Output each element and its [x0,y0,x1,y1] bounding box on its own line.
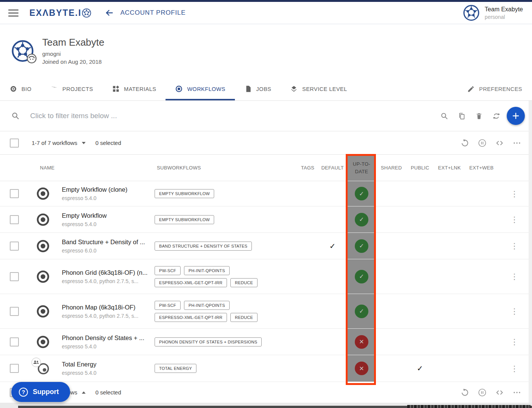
up-to-date-cell: ✓ [348,259,376,294]
tab-bio[interactable]: BIO [0,77,41,100]
workflow-name-cell[interactable]: Phonon Map (6k3q18i-OF)espresso 5.4.0, p… [62,294,155,328]
tab-service-level[interactable]: SERVICE LEVEL [281,77,356,100]
copy-icon[interactable] [458,112,466,120]
pause-icon[interactable] [478,139,487,148]
row-checkbox[interactable] [10,337,19,346]
workflow-name-cell[interactable]: Total Energyespresso 5.4.0 [62,355,155,382]
row-menu-icon[interactable]: ⋮ [511,190,518,198]
default-cell [317,329,348,355]
up-to-date-cell: ✕ [348,329,376,355]
workflow-name-cell[interactable]: Empty Workflowespresso 5.4.0 [62,206,155,232]
ext-web-cell [466,206,497,232]
up-to-date-cell: ✓ [348,294,376,328]
add-workflow-button[interactable] [507,107,525,125]
row-type-cell [24,259,62,294]
workflow-name-cell[interactable]: Empty Workflow (clone)espresso 5.4.0 [62,181,155,206]
pagination-dropdown[interactable]: 1-7 of 7 workflows [32,140,86,146]
row-menu-icon[interactable]: ⋮ [511,307,518,315]
public-cell [407,206,433,232]
row-checkbox-cell [0,206,24,232]
chevron-up-icon [82,391,86,394]
chevron-down-icon [82,142,86,144]
column-header-ext-lnk[interactable]: EXT+LNK [433,155,466,181]
brand-logo[interactable]: EXΛBYTE.I [29,8,91,18]
default-cell [317,181,348,206]
shared-cell [376,206,407,232]
tab-jobs[interactable]: JOBS [235,77,281,100]
select-all-checkbox[interactable] [10,139,19,148]
table-row: Phonon Map (6k3q18i-OF)espresso 5.4.0, p… [0,294,532,329]
filter-input[interactable] [29,111,440,120]
ext-lnk-cell [433,206,466,232]
row-checkbox[interactable] [10,272,19,281]
selected-count: 0 selected [95,140,121,146]
row-checkbox[interactable] [10,242,19,251]
widgets-icon [112,85,120,93]
footer-selected-count: 0 selected [95,389,121,396]
public-cell [407,329,433,355]
refresh-icon[interactable] [492,112,500,120]
row-type-cell [24,294,62,328]
row-menu-icon[interactable]: ⋮ [511,242,518,250]
delete-icon[interactable] [475,112,483,120]
subworkflow-chip: PW-SCF [155,301,181,310]
column-header-shared[interactable]: SHARED [376,155,407,181]
undo-icon[interactable] [460,139,469,148]
workflow-table-body: Empty Workflow (clone)espresso 5.4.0EMPT… [0,181,532,382]
workflow-name-cell[interactable]: Band Structure + Density of ...espresso … [62,233,155,259]
column-header-public[interactable]: PUBLIC [407,155,433,181]
code-icon[interactable] [495,139,504,148]
tab-workflows[interactable]: WORKFLOWS [166,77,235,100]
up-to-date-yes-icon: ✓ [355,187,368,200]
column-header-up-to-date[interactable]: UP-TO-DATE [348,155,376,181]
column-header-tags[interactable]: TAGS [298,155,317,181]
column-header-subworkflows[interactable]: SUBWORKFLOWS [155,155,298,181]
account-switcher[interactable]: Team Exabyte personal [463,5,523,21]
workflow-applications: espresso 5.4.0, python 2.7.5, s... [62,313,138,319]
preferences-button[interactable]: PREFERENCES [467,77,532,100]
menu-icon[interactable] [8,9,18,17]
column-header-ext-web[interactable]: EXT+WEB [466,155,497,181]
footer-undo-icon[interactable] [460,388,469,397]
row-menu-icon[interactable]: ⋮ [511,338,518,346]
back-arrow-icon[interactable] [104,8,115,17]
workflow-name-cell[interactable]: Phonon Density of States + ...espresso 5… [62,329,155,355]
row-actions-cell: ⋮ [497,355,532,382]
workflow-applications: espresso 6.0.0 [62,248,97,254]
row-checkbox-cell [0,181,24,206]
tab-materials[interactable]: MATERIALS [103,77,166,100]
tab-label: JOBS [256,86,271,92]
tags-cell [298,329,317,355]
row-checkbox[interactable] [10,189,19,198]
footer-pause-icon[interactable] [478,388,487,397]
table-row: Band Structure + Density of ...espresso … [0,233,532,259]
row-actions-cell: ⋮ [497,206,532,232]
column-header-name[interactable]: NAME [24,155,155,181]
tab-projects[interactable]: PROJECTS [41,77,102,100]
up-to-date-no-icon: ✕ [355,335,368,349]
footer-code-icon[interactable] [495,388,504,397]
workflow-applications: espresso 5.4.0 [62,343,97,349]
up-to-date-cell: ✓ [348,181,376,206]
search-action-icon[interactable] [440,112,448,120]
column-header-default[interactable]: DEFAULT [317,155,348,181]
column-header-spacer [0,155,24,181]
row-actions-cell: ⋮ [497,329,532,355]
workflow-name-cell[interactable]: Phonon Grid (6k3q18i-OF) (n...espresso 5… [62,259,155,294]
support-button[interactable]: ? Support [11,382,70,402]
row-checkbox[interactable] [10,307,19,316]
row-checkbox[interactable] [10,364,19,373]
tab-label: MATERIALS [124,86,156,92]
shared-cell [376,355,407,382]
row-menu-icon[interactable]: ⋮ [511,273,518,280]
subworkflow-chip: PH-INIT-QPOINTS [184,301,230,310]
scrollbar-track[interactable] [529,101,532,403]
workflow-icon [36,186,50,201]
row-menu-icon[interactable]: ⋮ [511,365,518,373]
default-cell [317,294,348,328]
row-menu-icon[interactable]: ⋮ [511,216,518,223]
row-checkbox-cell [0,233,24,259]
more-options-icon[interactable] [512,139,521,148]
row-checkbox[interactable] [10,215,19,224]
footer-more-options-icon[interactable] [512,388,521,397]
